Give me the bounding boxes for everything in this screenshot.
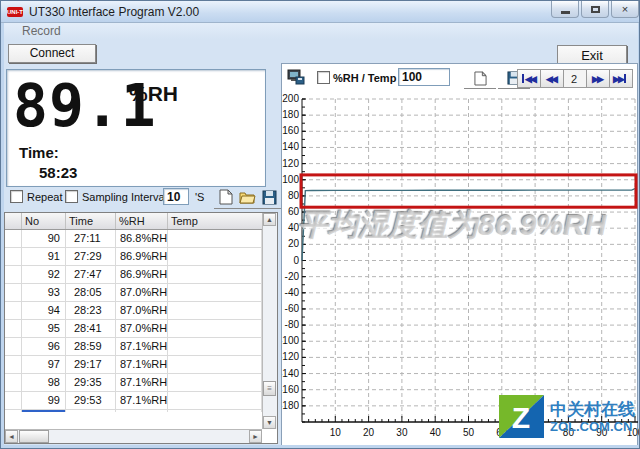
repeat-checkbox[interactable] bbox=[10, 190, 23, 203]
cell-time[interactable]: 28:59 bbox=[66, 338, 116, 356]
next-page-button[interactable]: ▶▶ bbox=[586, 69, 610, 88]
cell-rh[interactable]: 87.1%RH bbox=[116, 338, 168, 356]
maximize-button[interactable] bbox=[581, 1, 609, 18]
table-row[interactable]: 9227:4786.9%RH bbox=[5, 266, 262, 284]
cell-time[interactable]: 27:11 bbox=[66, 230, 116, 248]
table-horizontal-scrollbar[interactable]: ◄ ► bbox=[5, 429, 262, 443]
last-page-button[interactable]: ▶▶ bbox=[609, 69, 633, 88]
table-vertical-scrollbar[interactable]: ▲ ≡ ▼ bbox=[262, 213, 277, 429]
cell-time[interactable]: 29:35 bbox=[66, 374, 116, 392]
table-row[interactable]: 9428:2387.0%RH bbox=[5, 302, 262, 320]
cell-no[interactable]: 90 bbox=[22, 230, 66, 248]
cell-rh[interactable]: 86.9%RH bbox=[116, 248, 168, 266]
table-row[interactable]: 9829:3587.1%RH bbox=[5, 374, 262, 392]
cell-temp[interactable] bbox=[168, 302, 262, 320]
cell-rh[interactable]: 89.1%RH bbox=[116, 410, 168, 412]
save-icon[interactable] bbox=[260, 188, 279, 206]
table-row[interactable]: 9127:2986.9%RH bbox=[5, 248, 262, 266]
cell-time[interactable]: 58:23 bbox=[66, 410, 116, 412]
col-rh[interactable]: %RH bbox=[116, 213, 168, 229]
scroll-right-icon[interactable]: ► bbox=[249, 430, 262, 443]
table-row[interactable]: 9628:5987.1%RH bbox=[5, 338, 262, 356]
cell-temp[interactable] bbox=[168, 266, 262, 284]
cell-temp[interactable] bbox=[168, 320, 262, 338]
horizontal-scroll-thumb[interactable] bbox=[19, 430, 49, 443]
table-row[interactable]: 9528:4187.0%RH bbox=[5, 320, 262, 338]
row-selector[interactable] bbox=[5, 338, 22, 356]
row-selector[interactable] bbox=[5, 320, 22, 338]
cell-rh[interactable]: 86.9%RH bbox=[116, 266, 168, 284]
table-row[interactable]: 9929:5387.1%RH bbox=[5, 392, 262, 410]
cell-rh[interactable]: 87.0%RH bbox=[116, 320, 168, 338]
cell-temp[interactable] bbox=[168, 392, 262, 410]
col-no[interactable]: No bbox=[22, 213, 66, 229]
cell-no[interactable]: 97 bbox=[22, 356, 66, 374]
table-row[interactable]: ►10058:2389.1%RH bbox=[5, 410, 262, 412]
cell-no[interactable]: 96 bbox=[22, 338, 66, 356]
row-selector[interactable] bbox=[5, 392, 22, 410]
table-row[interactable]: 9328:0587.0%RH bbox=[5, 284, 262, 302]
vertical-scroll-thumb[interactable]: ≡ bbox=[263, 381, 276, 396]
row-selector[interactable] bbox=[5, 302, 22, 320]
sampling-interval-input[interactable] bbox=[163, 188, 189, 205]
cell-temp[interactable] bbox=[168, 284, 262, 302]
cell-rh[interactable]: 87.0%RH bbox=[116, 302, 168, 320]
open-folder-icon[interactable] bbox=[238, 188, 257, 206]
cell-time[interactable]: 27:29 bbox=[66, 248, 116, 266]
rh-temp-checkbox[interactable] bbox=[317, 71, 330, 84]
cell-time[interactable]: 29:17 bbox=[66, 356, 116, 374]
menu-item-record[interactable]: Record bbox=[18, 24, 65, 38]
cell-no[interactable]: 93 bbox=[22, 284, 66, 302]
cell-no[interactable]: 94 bbox=[22, 302, 66, 320]
connect-button[interactable]: Connect bbox=[8, 44, 96, 63]
row-selector[interactable] bbox=[5, 356, 22, 374]
first-page-button[interactable]: ◀◀ bbox=[517, 69, 541, 88]
col-temp[interactable]: Temp bbox=[168, 213, 262, 229]
row-selector[interactable] bbox=[5, 374, 22, 392]
cell-rh[interactable]: 87.1%RH bbox=[116, 374, 168, 392]
cell-no[interactable]: 95 bbox=[22, 320, 66, 338]
cell-no[interactable]: 99 bbox=[22, 392, 66, 410]
title-bar[interactable]: UNI-T UT330 Interface Program V2.00 × bbox=[1, 1, 640, 23]
cell-rh[interactable]: 87.1%RH bbox=[116, 356, 168, 374]
cell-time[interactable]: 28:41 bbox=[66, 320, 116, 338]
cell-rh[interactable]: 86.8%RH bbox=[116, 230, 168, 248]
row-selector[interactable] bbox=[5, 284, 22, 302]
device-monitor-icon[interactable] bbox=[287, 69, 305, 89]
col-time[interactable]: Time bbox=[66, 213, 116, 229]
row-selector[interactable] bbox=[5, 230, 22, 248]
new-file-icon[interactable] bbox=[216, 188, 235, 206]
points-count-input[interactable] bbox=[398, 68, 450, 86]
svg-text:100: 100 bbox=[282, 174, 299, 185]
prev-page-button[interactable]: ◀◀ bbox=[540, 69, 564, 88]
cell-temp[interactable] bbox=[168, 338, 262, 356]
cell-temp[interactable] bbox=[168, 410, 262, 412]
cell-temp[interactable] bbox=[168, 230, 262, 248]
cell-time[interactable]: 29:53 bbox=[66, 392, 116, 410]
cell-time[interactable]: 27:47 bbox=[66, 266, 116, 284]
table-row[interactable]: 9729:1787.1%RH bbox=[5, 356, 262, 374]
scroll-down-icon[interactable]: ▼ bbox=[263, 416, 276, 429]
table-row[interactable]: 9027:1186.8%RH bbox=[5, 230, 262, 248]
cell-time[interactable]: 28:23 bbox=[66, 302, 116, 320]
cell-time[interactable]: 28:05 bbox=[66, 284, 116, 302]
cell-no[interactable]: 98 bbox=[22, 374, 66, 392]
cell-temp[interactable] bbox=[168, 374, 262, 392]
cell-temp[interactable] bbox=[168, 356, 262, 374]
cell-rh[interactable]: 87.0%RH bbox=[116, 284, 168, 302]
cell-rh[interactable]: 87.1%RH bbox=[116, 392, 168, 410]
minimize-button[interactable] bbox=[551, 1, 579, 18]
app-window: UNI-T UT330 Interface Program V2.00 × Re… bbox=[0, 0, 640, 449]
cell-no[interactable]: 100 bbox=[22, 410, 66, 412]
chart-new-button[interactable] bbox=[464, 68, 496, 89]
cell-no[interactable]: 91 bbox=[22, 248, 66, 266]
scroll-up-icon[interactable]: ▲ bbox=[263, 213, 276, 226]
scroll-left-icon[interactable]: ◄ bbox=[5, 430, 18, 443]
row-selector[interactable] bbox=[5, 248, 22, 266]
sampling-interval-checkbox[interactable] bbox=[65, 190, 78, 203]
close-button[interactable]: × bbox=[611, 1, 639, 18]
row-selector[interactable] bbox=[5, 266, 22, 284]
row-selector[interactable]: ► bbox=[5, 410, 22, 412]
cell-temp[interactable] bbox=[168, 248, 262, 266]
cell-no[interactable]: 92 bbox=[22, 266, 66, 284]
